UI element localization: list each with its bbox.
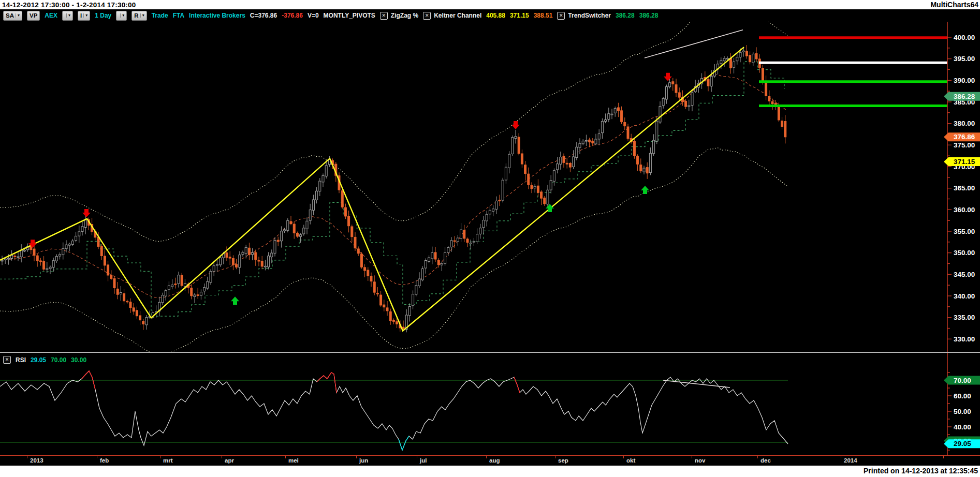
candle-up [553, 171, 555, 182]
candle-up [425, 261, 427, 269]
candle-up [502, 180, 504, 200]
candle-down [380, 295, 382, 305]
candle-down [646, 168, 648, 173]
candle-up [264, 266, 266, 267]
rsi-header: ✕ RSI 29.05 70.00 30.00 [3, 356, 86, 364]
price-axis-label: 375.00 [954, 141, 975, 149]
candle-down [357, 249, 359, 254]
chevron-down-icon: ▾ [120, 13, 124, 18]
candle-down [341, 191, 343, 207]
rsi-title: RSI [16, 356, 26, 364]
candle-up [643, 168, 645, 172]
price-chart-svg[interactable]: 400.00395.00390.00385.00380.00375.00370.… [0, 22, 980, 352]
candle-down [142, 321, 144, 324]
candle-up [614, 109, 616, 113]
candle-up [601, 122, 603, 133]
candle-down [376, 293, 378, 294]
candle-down [592, 141, 594, 143]
sa-button[interactable]: SA▾ [3, 11, 22, 21]
candle-down [566, 163, 568, 164]
candle-up [11, 256, 13, 259]
candle-down [107, 265, 109, 275]
candle-down [499, 200, 501, 201]
main-price-pane[interactable]: 400.00395.00390.00385.00380.00375.00370.… [0, 22, 980, 352]
keltner-mid-readout: 388.51 [534, 12, 553, 19]
rsi-overbought-segment [514, 377, 520, 393]
keltner-lower-readout: 371.15 [510, 12, 529, 19]
candle-up [171, 285, 173, 287]
candle-up [271, 253, 273, 257]
candle-up [280, 231, 282, 241]
candle-down [707, 80, 709, 86]
month-label: jun [359, 457, 368, 464]
candle-up [720, 61, 722, 64]
instrument-dropdown[interactable]: I▾ [78, 11, 90, 21]
date-axis[interactable]: 2013febmrtaprmeijunjulaugsepoktnovdec201… [0, 455, 980, 466]
status-toolbar: SA▾VPAEX▾I▾1 Day▾R▾TradeFTAInteractive B… [0, 9, 980, 22]
resolution-dropdown[interactable]: ▾ [116, 11, 127, 21]
month-label: sep [558, 457, 568, 464]
r-dropdown[interactable]: R▾ [131, 11, 147, 21]
symbol-dropdown[interactable]: ▾ [62, 11, 73, 21]
volume-readout: V=0 [308, 12, 319, 19]
candle-down [729, 58, 732, 68]
price-axis-label: 365.00 [954, 184, 975, 192]
candle-up [213, 266, 215, 272]
printed-timestamp: Printed on 14-12-2013 at 12:35:45 [864, 467, 978, 475]
chart-date-range: 14-12-2012 17:30:00 - 1-2-2014 17:30:00 [0, 1, 136, 9]
candle-down [113, 279, 115, 288]
candle-up [508, 154, 510, 168]
trendline[interactable] [645, 30, 743, 58]
candle-down [637, 156, 639, 165]
zigzag-indicator-checkbox[interactable]: ✕ [380, 12, 388, 20]
price-axis-label: 390.00 [954, 77, 975, 84]
candle-up [55, 257, 57, 261]
candle-down [640, 165, 642, 171]
candle-down [181, 275, 183, 286]
candle-up [165, 291, 167, 296]
candle-up [441, 264, 443, 265]
trendswitcher-indicator-checkbox[interactable]: ✕ [557, 12, 565, 20]
rsi-pane[interactable]: ✕ RSI 29.05 70.00 30.00 60.0050.0040.007… [0, 353, 980, 455]
fta-label: FTA [173, 12, 184, 19]
month-tick [486, 456, 487, 458]
candle-up [1, 260, 3, 261]
candle-up [81, 227, 83, 232]
candle-up [203, 288, 206, 291]
candle-up [200, 292, 202, 296]
candle-up [534, 186, 536, 188]
rsi-line [0, 371, 788, 450]
vp-button[interactable]: VP [27, 11, 40, 21]
keltner-indicator-checkbox[interactable]: ✕ [423, 12, 431, 20]
candle-up [726, 58, 728, 59]
candle-up [470, 243, 472, 244]
candle-up [482, 220, 485, 228]
keltner-upper-band [0, 22, 787, 242]
rsi-checkbox[interactable]: ✕ [3, 356, 11, 364]
candle-up [319, 181, 321, 191]
candle-down [621, 111, 623, 122]
candle-up [207, 281, 209, 288]
candle-up [515, 137, 517, 139]
month-label: mrt [163, 457, 173, 464]
month-label: aug [489, 457, 500, 464]
candle-down [528, 174, 530, 185]
candle-up [7, 258, 9, 259]
candle-up [662, 98, 664, 106]
candle-down [370, 276, 372, 281]
candle-up [579, 143, 581, 147]
candle-up [431, 253, 433, 259]
candle-down [685, 101, 687, 107]
trendswitcher-indicator: ✕TrendSwitcher [557, 12, 611, 20]
candle-up [65, 245, 67, 249]
candle-down [402, 327, 404, 329]
candle-down [784, 122, 786, 137]
candle-up [4, 259, 6, 260]
candle-down [126, 301, 128, 302]
candle-down [540, 192, 543, 198]
candle-down [290, 221, 292, 224]
candle-up [306, 221, 308, 229]
rsi-chart-svg[interactable]: 60.0050.0040.0070.0030.0029.05 [0, 353, 980, 455]
candle-up [476, 234, 478, 242]
candle-up [608, 114, 610, 120]
